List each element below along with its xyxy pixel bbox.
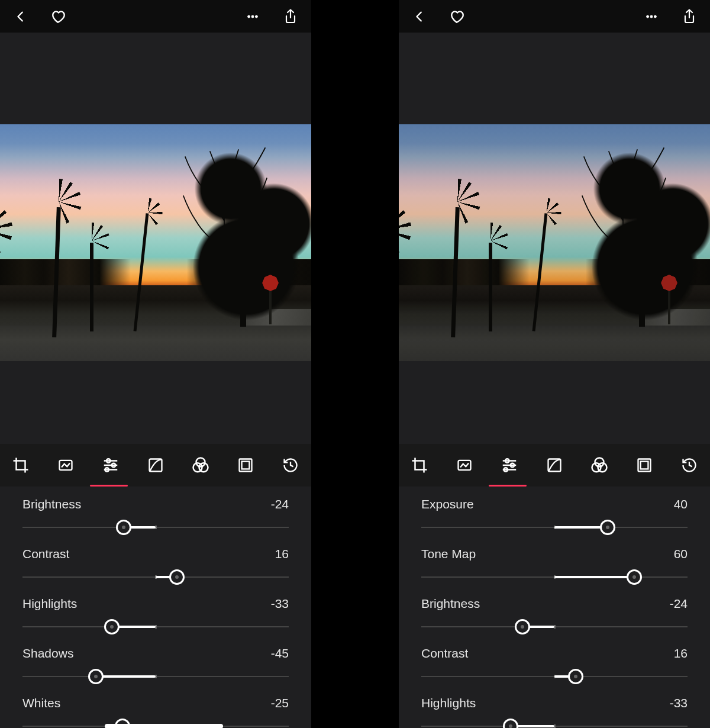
back-button[interactable] <box>411 8 428 25</box>
slider-track[interactable] <box>22 669 289 684</box>
slider-row: Brightness-24 <box>421 597 688 634</box>
slider-panel: Exposure40 Tone Map60 Brightness-24 Cont… <box>399 487 710 728</box>
slider-label: Contrast <box>421 646 468 661</box>
slider-track[interactable] <box>22 569 289 585</box>
venn-icon <box>590 456 608 474</box>
svg-point-16 <box>647 15 649 17</box>
slider-thumb[interactable] <box>88 669 104 684</box>
slider-row: Contrast16 <box>22 547 289 585</box>
crop-tool[interactable] <box>409 455 430 475</box>
crop-icon <box>411 456 428 474</box>
top-bar <box>0 0 311 33</box>
slider-label: Brightness <box>421 597 480 611</box>
venn-icon <box>192 456 209 474</box>
heart-icon <box>450 9 465 24</box>
slider-row: Brightness-24 <box>22 497 289 535</box>
more-button[interactable] <box>244 8 262 25</box>
phone-right: ProRAW Exposure40 Tone Map60 B <box>399 0 710 728</box>
curves-icon <box>546 457 563 473</box>
slider-row: Tone Map60 <box>421 547 688 585</box>
photo-preview[interactable] <box>399 124 710 361</box>
slider-thumb[interactable] <box>104 619 120 634</box>
svg-point-29 <box>598 463 607 472</box>
slider-label: Tone Map <box>421 547 476 561</box>
favorite-button[interactable] <box>50 8 67 25</box>
slider-label: Shadows <box>22 646 73 661</box>
slider-thumb[interactable] <box>515 619 530 634</box>
exposure-icon <box>57 457 74 473</box>
slider-row: Exposure40 <box>421 497 688 535</box>
slider-track[interactable] <box>421 619 688 634</box>
photo-preview[interactable] <box>0 124 311 361</box>
slider-value: -24 <box>670 597 688 611</box>
slider-row: Whites-25 <box>22 696 289 728</box>
slider-track[interactable] <box>421 719 688 728</box>
frame-tool[interactable] <box>634 455 654 475</box>
svg-point-0 <box>248 15 250 17</box>
svg-rect-31 <box>641 462 648 469</box>
frame-tool[interactable] <box>235 455 256 475</box>
slider-value: 16 <box>674 646 688 661</box>
share-button[interactable] <box>680 8 698 25</box>
slider-thumb[interactable] <box>503 719 518 728</box>
curves-tool[interactable] <box>544 455 564 475</box>
slider-label: Exposure <box>421 497 474 511</box>
share-icon <box>283 9 298 24</box>
color-tool[interactable] <box>589 455 609 475</box>
adjust-tool[interactable] <box>499 455 519 475</box>
slider-track[interactable] <box>22 719 289 728</box>
active-tool-indicator <box>489 485 527 487</box>
slider-thumb[interactable] <box>116 520 131 535</box>
sliders-icon <box>501 456 518 474</box>
slider-track[interactable] <box>421 520 688 535</box>
slider-row: Highlights-33 <box>22 597 289 634</box>
crop-tool[interactable] <box>11 455 31 475</box>
heart-icon <box>51 9 66 24</box>
slider-value: -45 <box>271 646 289 661</box>
slider-label: Brightness <box>22 497 81 511</box>
exposure-tool[interactable] <box>56 455 76 475</box>
slider-value: -24 <box>271 497 289 511</box>
more-button[interactable] <box>643 8 660 25</box>
phone-left: Brightness-24 Contrast16 Highlights-33 S… <box>0 0 311 728</box>
slider-track[interactable] <box>421 569 688 585</box>
more-icon <box>244 10 261 23</box>
exposure-tool[interactable] <box>454 455 475 475</box>
tool-row <box>399 444 710 487</box>
svg-rect-15 <box>242 462 250 469</box>
slider-thumb[interactable] <box>568 669 583 684</box>
slider-value: -25 <box>271 696 289 710</box>
chevron-left-icon <box>413 10 426 23</box>
slider-label: Whites <box>22 696 60 710</box>
frame-icon <box>237 457 254 473</box>
curves-tool[interactable] <box>146 455 166 475</box>
slider-thumb[interactable] <box>627 569 642 585</box>
slider-track[interactable] <box>22 520 289 535</box>
slider-thumb[interactable] <box>169 569 185 585</box>
svg-point-13 <box>199 463 208 472</box>
slider-track[interactable] <box>421 669 688 684</box>
slider-value: 60 <box>674 547 688 561</box>
history-tool[interactable] <box>280 455 301 475</box>
slider-value: -33 <box>271 597 289 611</box>
share-button[interactable] <box>282 8 299 25</box>
slider-value: 16 <box>275 547 289 561</box>
slider-row: Shadows-45 <box>22 646 289 684</box>
slider-label: Contrast <box>22 547 69 561</box>
color-tool[interactable] <box>191 455 211 475</box>
svg-point-18 <box>654 15 656 17</box>
svg-point-11 <box>196 458 205 467</box>
exposure-icon <box>456 457 473 473</box>
history-tool[interactable] <box>679 455 699 475</box>
tool-row <box>0 444 311 487</box>
back-button[interactable] <box>12 8 30 25</box>
favorite-button[interactable] <box>448 8 466 25</box>
share-icon <box>682 9 696 24</box>
slider-thumb[interactable] <box>600 520 615 535</box>
slider-track[interactable] <box>22 619 289 634</box>
slider-value: 40 <box>674 497 688 511</box>
adjust-tool[interactable] <box>101 455 121 475</box>
svg-point-17 <box>650 15 653 17</box>
slider-value: -33 <box>670 696 688 710</box>
chevron-left-icon <box>14 10 27 23</box>
